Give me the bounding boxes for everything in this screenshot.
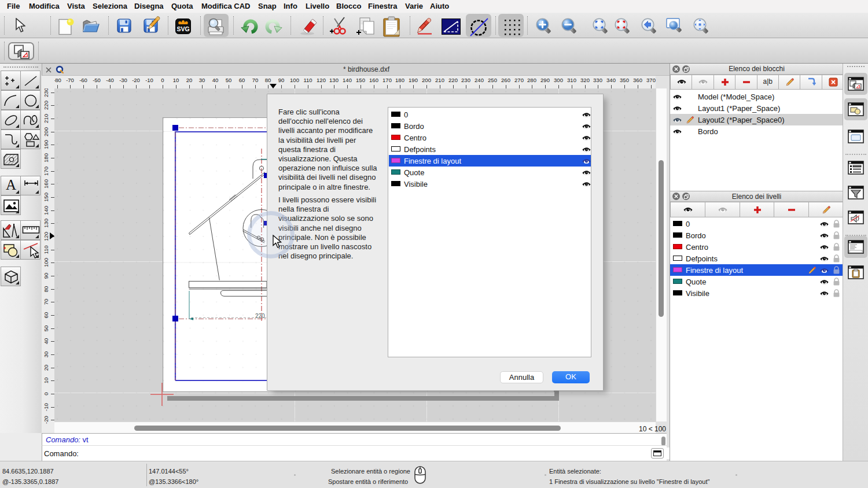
svg-text:SVG: SVG xyxy=(176,25,189,32)
